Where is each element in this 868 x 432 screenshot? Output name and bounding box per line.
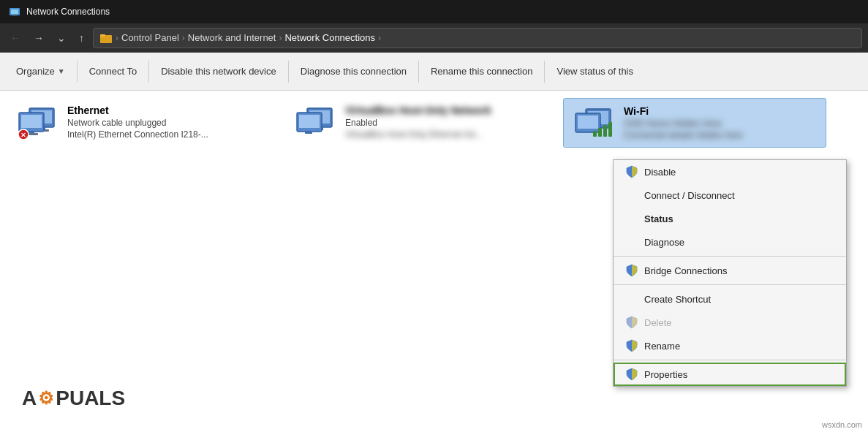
wifi-detail: Connected details hidden here [624, 130, 743, 140]
virtualbox-icon [294, 104, 338, 140]
breadcrumb-network-internet[interactable]: Network and Internet [188, 32, 276, 43]
toolbar-separator-1 [77, 61, 78, 83]
organize-arrow: ▼ [58, 67, 65, 75]
svg-rect-1 [11, 10, 18, 14]
svg-rect-19 [299, 115, 320, 128]
connect-to-button[interactable]: Connect To [79, 53, 148, 90]
wifi-status: SSID Name Hidden Here [624, 118, 743, 129]
ethernet-detail: Intel(R) Ethernet Connection I218-... [67, 129, 208, 140]
wifi-svg-icon [573, 105, 616, 141]
virtualbox-info: VirtualBox Host-Only Network Enabled Vir… [345, 105, 491, 140]
toolbar-separator-4 [418, 61, 419, 83]
shield-disable-icon [625, 165, 638, 178]
wifi-icon [573, 105, 616, 141]
folder-icon [99, 31, 113, 45]
ctx-connect-disconnect[interactable]: Connect / Disconnect [614, 183, 846, 207]
up-button[interactable]: ↑ [75, 29, 88, 47]
ctx-shortcut[interactable]: Create Shortcut [614, 287, 846, 311]
separator-1: › [116, 33, 118, 43]
ethernet-icon: ✕ [16, 104, 60, 140]
ctx-status[interactable]: Status [614, 207, 846, 230]
svg-rect-10 [21, 115, 42, 128]
toolbar-separator-2 [148, 61, 149, 83]
svg-rect-27 [603, 125, 607, 137]
breadcrumb: › Control Panel › Network and Internet ›… [93, 28, 862, 48]
title-bar: Network Connections [0, 0, 868, 23]
ethernet-network-card[interactable]: ✕ Ethernet Network cable unplugged Intel… [7, 98, 271, 146]
appuals-logo: A ⚙ PUALS [22, 387, 125, 410]
toolbar-separator-3 [288, 61, 289, 83]
svg-rect-4 [100, 34, 105, 37]
ctx-rename-label: Rename [644, 341, 680, 352]
svg-rect-20 [305, 132, 312, 134]
ctx-sep-2 [614, 284, 846, 285]
disable-device-button[interactable]: Disable this network device [151, 53, 287, 90]
back-button[interactable]: ← [6, 29, 25, 47]
ctx-bridge-label: Bridge Connections [644, 265, 727, 276]
view-status-button[interactable]: View status of this [546, 53, 644, 90]
wifi-name: Wi-Fi [624, 105, 743, 117]
ctx-diagnose[interactable]: Diagnose [614, 230, 846, 254]
virtualbox-name: VirtualBox Host-Only Network [345, 105, 491, 116]
virtualbox-svg-icon [294, 104, 338, 140]
separator-3: › [279, 33, 282, 43]
rename-connection-button[interactable]: Rename this connection [420, 53, 543, 90]
shield-properties-icon [625, 368, 638, 381]
ctx-disable-label: Disable [644, 167, 676, 178]
ctx-disable[interactable]: Disable [614, 160, 846, 183]
ethernet-svg-icon: ✕ [16, 104, 60, 140]
forward-button[interactable]: → [29, 29, 48, 47]
ethernet-status: Network cable unplugged [67, 118, 208, 128]
ctx-sep-3 [614, 360, 846, 360]
window-icon [9, 6, 20, 18]
toolbar-separator-5 [544, 61, 545, 83]
ctx-bridge[interactable]: Bridge Connections [614, 259, 846, 282]
ethernet-name: Ethernet [67, 105, 208, 116]
toolbar: Organize ▼ Connect To Disable this netwo… [0, 53, 868, 91]
breadcrumb-network-connections[interactable]: Network Connections [284, 32, 375, 43]
no-icon-4 [625, 292, 638, 306]
virtualbox-network-card[interactable]: VirtualBox Host-Only Network Enabled Vir… [285, 98, 548, 146]
no-icon-1 [625, 189, 638, 202]
svg-rect-26 [598, 128, 602, 137]
virtualbox-status: Enabled [345, 118, 491, 128]
ctx-status-label: Status [644, 213, 673, 224]
ctx-delete-label: Delete [644, 317, 672, 328]
appuals-text-a: A [22, 387, 37, 410]
ctx-shortcut-label: Create Shortcut [644, 294, 711, 305]
svg-text:✕: ✕ [20, 132, 26, 139]
watermark: wsxdn.com [822, 420, 862, 429]
separator-2: › [182, 33, 185, 43]
shield-bridge-icon [625, 264, 638, 277]
separator-4: › [378, 33, 381, 43]
appuals-gear-icon: ⚙ [38, 388, 54, 409]
ctx-properties-label: Properties [644, 369, 687, 380]
no-icon-2 [625, 212, 638, 225]
wifi-network-card[interactable]: Wi-Fi SSID Name Hidden Here Connected de… [563, 98, 826, 148]
ctx-connect-disconnect-label: Connect / Disconnect [644, 190, 735, 201]
diagnose-button[interactable]: Diagnose this connection [290, 53, 417, 90]
ctx-diagnose-label: Diagnose [644, 237, 684, 248]
organize-button[interactable]: Organize ▼ [6, 53, 75, 90]
shield-rename-icon [625, 339, 638, 352]
breadcrumb-control-panel[interactable]: Control Panel [121, 32, 179, 43]
shield-delete-icon [625, 316, 638, 329]
ethernet-info: Ethernet Network cable unplugged Intel(R… [67, 105, 208, 140]
appuals-text-rest: PUALS [56, 387, 125, 410]
svg-rect-25 [593, 131, 597, 137]
ctx-rename[interactable]: Rename [614, 334, 846, 357]
ctx-sep-1 [614, 256, 846, 257]
virtualbox-detail: VirtualBox Host-Only Ethernet Ad... [345, 129, 491, 140]
ctx-properties[interactable]: Properties [614, 363, 846, 386]
no-icon-3 [625, 235, 638, 249]
ctx-delete[interactable]: Delete [614, 311, 846, 334]
recent-locations-button[interactable]: ⌄ [53, 29, 70, 47]
svg-rect-24 [578, 115, 598, 129]
context-menu: Disable Connect / Disconnect Status Diag… [613, 159, 847, 387]
svg-rect-28 [608, 122, 612, 137]
wifi-info: Wi-Fi SSID Name Hidden Here Connected de… [624, 105, 743, 140]
address-bar: ← → ⌄ ↑ › Control Panel › Network and In… [0, 23, 868, 53]
window-title: Network Connections [26, 7, 110, 17]
